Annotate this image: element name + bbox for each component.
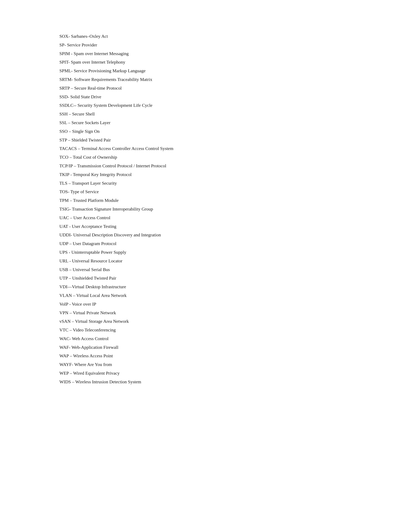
list-item: SSH – Secure Shell [59, 110, 352, 118]
list-item: vSAN – Virtual Storage Area Network [59, 317, 352, 325]
list-item: WAC- Web Access Control [59, 334, 352, 343]
list-item: VoIP - Voice over IP [59, 300, 352, 308]
list-item: SSO – Single Sign On [59, 127, 352, 135]
list-item: WEP – Wired Equivalent Privacy [59, 369, 352, 377]
list-item: UDDI- Universal Description Discovery an… [59, 231, 352, 239]
list-item: SPIT- Spam over Internet Telephony [59, 58, 352, 66]
page-content: SOX- Sarbanes–Oxley ActSP- Service Provi… [0, 0, 411, 418]
list-item: SPIM - Spam over Internet Messaging [59, 49, 352, 58]
acronym-list: SOX- Sarbanes–Oxley ActSP- Service Provi… [59, 32, 352, 386]
list-item: VLAN – Virtual Local Area Network [59, 291, 352, 300]
list-item: VPN – Virtual Private Network [59, 309, 352, 317]
list-item: URL - Universal Resource Locator [59, 257, 352, 265]
list-item: SSDLC-- Security System Development Life… [59, 101, 352, 110]
list-item: TACACS – Terminal Access Controller Acce… [59, 144, 352, 153]
list-item: WAF- Web-Application Firewall [59, 343, 352, 352]
list-item: WAYF- Where Are You from [59, 360, 352, 369]
list-item: SRTM- Software Requirements Traceability… [59, 75, 352, 84]
list-item: SP- Service Provider [59, 41, 352, 49]
list-item: WAP – Wireless Access Point [59, 352, 352, 360]
list-item: UDP – User Datagram Protocol [59, 239, 352, 248]
list-item: USB – Universal Serial Bus [59, 266, 352, 274]
list-item: VTC – Video Teleconferencing [59, 326, 352, 334]
list-item: VDI—Virtual Desktop Infrastructure [59, 283, 352, 291]
list-item: UAT - User Acceptance Testing [59, 222, 352, 231]
list-item: TPM – Trusted Platform Module [59, 196, 352, 205]
list-item: WIDS – Wireless Intrusion Detection Syst… [59, 378, 352, 386]
list-item: SRTP – Secure Real-time Protocol [59, 84, 352, 92]
list-item: TSIG- Transaction Signature Interoperabi… [59, 205, 352, 213]
list-item: TCP/IP – Transmission Control Protocol /… [59, 162, 352, 170]
list-item: SPML- Service Provisioning Markup Langua… [59, 67, 352, 75]
list-item: STP – Shielded Twisted Pair [59, 136, 352, 144]
list-item: UTP – Unshielded Twisted Pair [59, 274, 352, 282]
list-item: UPS - Uninterruptable Power Supply [59, 248, 352, 256]
list-item: SSD- Solid State Drive [59, 93, 352, 101]
list-item: TOS- Type of Service [59, 188, 352, 196]
list-item: TKIP - Temporal Key Integrity Protocol [59, 170, 352, 179]
list-item: TLS – Transport Layer Security [59, 179, 352, 187]
list-item: TCO – Total Cost of Ownership [59, 153, 352, 162]
list-item: UAC – User Access Control [59, 214, 352, 222]
list-item: SOX- Sarbanes–Oxley Act [59, 32, 352, 40]
list-item: SSL – Secure Sockets Layer [59, 119, 352, 127]
